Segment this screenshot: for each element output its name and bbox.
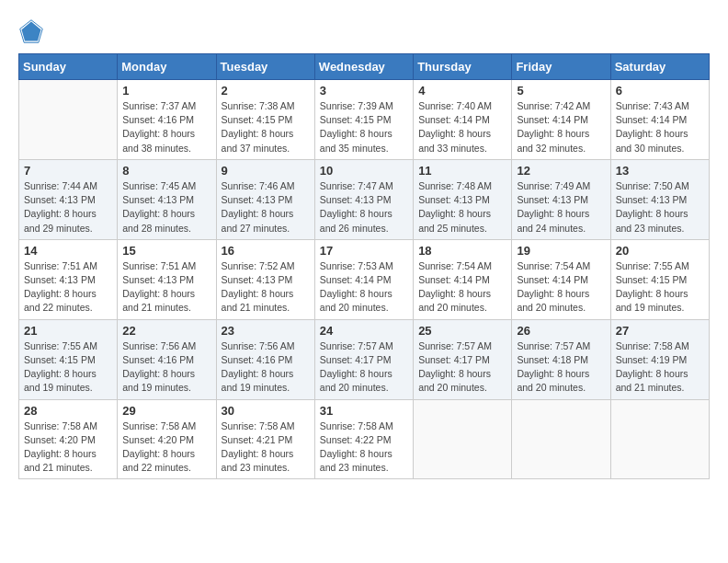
day-info: Sunrise: 7:51 AM Sunset: 4:13 PM Dayligh… — [24, 259, 112, 316]
calendar-cell: 23Sunrise: 7:56 AM Sunset: 4:16 PM Dayli… — [216, 319, 314, 399]
svg-marker-0 — [22, 22, 41, 41]
day-info: Sunrise: 7:50 AM Sunset: 4:13 PM Dayligh… — [616, 179, 704, 236]
day-info: Sunrise: 7:55 AM Sunset: 4:15 PM Dayligh… — [24, 339, 112, 396]
day-number: 6 — [616, 84, 704, 98]
day-number: 8 — [122, 164, 210, 178]
calendar-cell: 12Sunrise: 7:49 AM Sunset: 4:13 PM Dayli… — [512, 159, 610, 239]
day-info: Sunrise: 7:47 AM Sunset: 4:13 PM Dayligh… — [320, 179, 408, 236]
calendar-cell: 21Sunrise: 7:55 AM Sunset: 4:15 PM Dayli… — [19, 319, 118, 399]
day-number: 16 — [222, 244, 310, 258]
calendar-cell: 30Sunrise: 7:58 AM Sunset: 4:21 PM Dayli… — [216, 399, 314, 479]
day-info: Sunrise: 7:39 AM Sunset: 4:15 PM Dayligh… — [320, 99, 408, 155]
day-info: Sunrise: 7:37 AM Sunset: 4:16 PM Dayligh… — [122, 99, 210, 155]
calendar-cell: 27Sunrise: 7:58 AM Sunset: 4:19 PM Dayli… — [610, 319, 709, 399]
day-number: 4 — [418, 84, 506, 98]
calendar-cell: 28Sunrise: 7:58 AM Sunset: 4:20 PM Dayli… — [19, 399, 118, 479]
day-number: 7 — [24, 164, 112, 178]
day-number: 9 — [222, 164, 310, 178]
calendar-cell: 6Sunrise: 7:43 AM Sunset: 4:14 PM Daylig… — [610, 80, 709, 160]
day-number: 12 — [517, 164, 605, 178]
calendar-cell — [414, 399, 512, 479]
calendar-cell: 11Sunrise: 7:48 AM Sunset: 4:13 PM Dayli… — [414, 159, 512, 239]
day-info: Sunrise: 7:58 AM Sunset: 4:21 PM Dayligh… — [222, 419, 310, 476]
calendar-cell: 9Sunrise: 7:46 AM Sunset: 4:13 PM Daylig… — [216, 159, 314, 239]
day-info: Sunrise: 7:51 AM Sunset: 4:13 PM Dayligh… — [122, 259, 210, 316]
calendar-cell: 31Sunrise: 7:58 AM Sunset: 4:22 PM Dayli… — [314, 399, 413, 479]
day-info: Sunrise: 7:58 AM Sunset: 4:20 PM Dayligh… — [24, 419, 112, 476]
calendar-cell: 15Sunrise: 7:51 AM Sunset: 4:13 PM Dayli… — [118, 239, 216, 319]
col-header-saturday: Saturday — [610, 54, 709, 80]
calendar-cell — [19, 80, 118, 160]
day-info: Sunrise: 7:40 AM Sunset: 4:14 PM Dayligh… — [418, 99, 506, 155]
col-header-thursday: Thursday — [414, 54, 512, 80]
day-number: 22 — [122, 324, 210, 338]
calendar-cell: 7Sunrise: 7:44 AM Sunset: 4:13 PM Daylig… — [19, 159, 118, 239]
calendar-cell: 1Sunrise: 7:37 AM Sunset: 4:16 PM Daylig… — [118, 80, 216, 160]
calendar-cell: 14Sunrise: 7:51 AM Sunset: 4:13 PM Dayli… — [19, 239, 118, 319]
col-header-sunday: Sunday — [19, 54, 118, 80]
day-number: 13 — [616, 164, 704, 178]
day-number: 21 — [24, 324, 112, 338]
day-info: Sunrise: 7:58 AM Sunset: 4:19 PM Dayligh… — [616, 339, 704, 396]
day-info: Sunrise: 7:43 AM Sunset: 4:14 PM Dayligh… — [616, 99, 704, 155]
day-number: 30 — [222, 404, 310, 418]
day-number: 11 — [418, 164, 506, 178]
day-number: 2 — [222, 84, 310, 98]
day-info: Sunrise: 7:56 AM Sunset: 4:16 PM Dayligh… — [222, 339, 310, 396]
calendar-cell: 8Sunrise: 7:45 AM Sunset: 4:13 PM Daylig… — [118, 159, 216, 239]
day-number: 1 — [122, 84, 210, 98]
calendar-cell: 22Sunrise: 7:56 AM Sunset: 4:16 PM Dayli… — [118, 319, 216, 399]
logo — [18, 18, 48, 44]
day-number: 5 — [517, 84, 605, 98]
day-number: 15 — [122, 244, 210, 258]
day-info: Sunrise: 7:57 AM Sunset: 4:17 PM Dayligh… — [418, 339, 506, 396]
day-info: Sunrise: 7:57 AM Sunset: 4:18 PM Dayligh… — [517, 339, 605, 396]
calendar-cell: 10Sunrise: 7:47 AM Sunset: 4:13 PM Dayli… — [314, 159, 413, 239]
day-number: 14 — [24, 244, 112, 258]
calendar-cell: 24Sunrise: 7:57 AM Sunset: 4:17 PM Dayli… — [314, 319, 413, 399]
calendar-cell: 4Sunrise: 7:40 AM Sunset: 4:14 PM Daylig… — [414, 80, 512, 160]
calendar-cell: 25Sunrise: 7:57 AM Sunset: 4:17 PM Dayli… — [414, 319, 512, 399]
day-number: 31 — [320, 404, 408, 418]
col-header-wednesday: Wednesday — [314, 54, 413, 80]
day-info: Sunrise: 7:57 AM Sunset: 4:17 PM Dayligh… — [320, 339, 408, 396]
day-info: Sunrise: 7:55 AM Sunset: 4:15 PM Dayligh… — [616, 259, 704, 316]
day-number: 19 — [517, 244, 605, 258]
calendar-cell: 16Sunrise: 7:52 AM Sunset: 4:13 PM Dayli… — [216, 239, 314, 319]
day-info: Sunrise: 7:52 AM Sunset: 4:13 PM Dayligh… — [222, 259, 310, 316]
day-number: 17 — [320, 244, 408, 258]
calendar-table: SundayMondayTuesdayWednesdayThursdayFrid… — [18, 53, 710, 479]
day-info: Sunrise: 7:45 AM Sunset: 4:13 PM Dayligh… — [122, 179, 210, 236]
day-info: Sunrise: 7:54 AM Sunset: 4:14 PM Dayligh… — [517, 259, 605, 316]
col-header-tuesday: Tuesday — [216, 54, 314, 80]
calendar-cell: 13Sunrise: 7:50 AM Sunset: 4:13 PM Dayli… — [610, 159, 709, 239]
day-info: Sunrise: 7:53 AM Sunset: 4:14 PM Dayligh… — [320, 259, 408, 316]
day-info: Sunrise: 7:38 AM Sunset: 4:15 PM Dayligh… — [222, 99, 310, 155]
calendar-cell — [512, 399, 610, 479]
day-info: Sunrise: 7:44 AM Sunset: 4:13 PM Dayligh… — [24, 179, 112, 236]
day-number: 10 — [320, 164, 408, 178]
day-number: 23 — [222, 324, 310, 338]
day-number: 25 — [418, 324, 506, 338]
day-number: 3 — [320, 84, 408, 98]
calendar-cell: 29Sunrise: 7:58 AM Sunset: 4:20 PM Dayli… — [118, 399, 216, 479]
calendar-cell — [610, 399, 709, 479]
col-header-monday: Monday — [118, 54, 216, 80]
day-info: Sunrise: 7:54 AM Sunset: 4:14 PM Dayligh… — [418, 259, 506, 316]
day-info: Sunrise: 7:49 AM Sunset: 4:13 PM Dayligh… — [517, 179, 605, 236]
day-info: Sunrise: 7:46 AM Sunset: 4:13 PM Dayligh… — [222, 179, 310, 236]
calendar-cell: 20Sunrise: 7:55 AM Sunset: 4:15 PM Dayli… — [610, 239, 709, 319]
logo-icon — [18, 18, 44, 44]
day-number: 27 — [616, 324, 704, 338]
page-header — [18, 18, 710, 44]
calendar-cell: 26Sunrise: 7:57 AM Sunset: 4:18 PM Dayli… — [512, 319, 610, 399]
day-info: Sunrise: 7:48 AM Sunset: 4:13 PM Dayligh… — [418, 179, 506, 236]
day-number: 18 — [418, 244, 506, 258]
day-info: Sunrise: 7:56 AM Sunset: 4:16 PM Dayligh… — [122, 339, 210, 396]
day-info: Sunrise: 7:58 AM Sunset: 4:22 PM Dayligh… — [320, 419, 408, 476]
calendar-cell: 2Sunrise: 7:38 AM Sunset: 4:15 PM Daylig… — [216, 80, 314, 160]
day-number: 24 — [320, 324, 408, 338]
day-info: Sunrise: 7:58 AM Sunset: 4:20 PM Dayligh… — [122, 419, 210, 476]
calendar-cell: 18Sunrise: 7:54 AM Sunset: 4:14 PM Dayli… — [414, 239, 512, 319]
day-number: 20 — [616, 244, 704, 258]
